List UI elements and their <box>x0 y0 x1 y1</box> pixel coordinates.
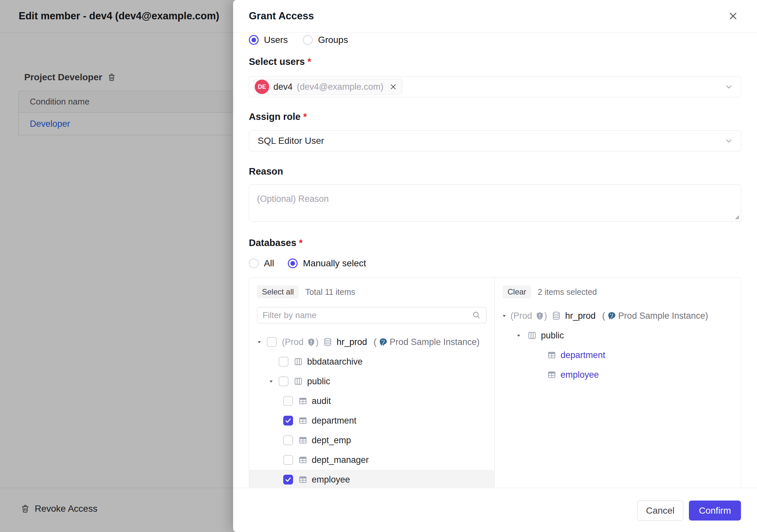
radio-manual-control[interactable] <box>288 259 298 268</box>
selected-count-label: 2 items selected <box>538 287 597 297</box>
caret-down-icon[interactable] <box>256 338 263 346</box>
selected-tree: (Prod ) hr_prod ( Prod Sample Instance) … <box>495 306 741 385</box>
radio-users-control[interactable] <box>249 35 259 45</box>
radio-all-control[interactable] <box>249 259 259 268</box>
table-icon <box>298 396 308 406</box>
instance-name: Prod Sample Instance) <box>618 311 708 321</box>
radio-groups-control[interactable] <box>303 35 313 45</box>
checkbox-dept_emp[interactable] <box>283 435 293 445</box>
selected-row-database-hr_prod[interactable]: (Prod ) hr_prod ( Prod Sample Instance) <box>495 306 741 326</box>
cancel-button[interactable]: Cancel <box>637 501 683 520</box>
database-selected-panel: Clear 2 items selected (Prod ) hr_prod (… <box>495 277 741 488</box>
source-panel-header: Select all Total 11 items <box>249 277 495 298</box>
table-name: department <box>312 416 356 426</box>
table-icon <box>547 370 556 379</box>
tree-row-table-department[interactable]: department <box>249 411 495 430</box>
select-all-button[interactable]: Select all <box>257 285 299 298</box>
source-tree: (Prod ) hr_prod ( Prod Sample Instance) … <box>249 332 495 488</box>
postgres-icon <box>378 337 388 347</box>
reason-textarea[interactable] <box>249 184 741 222</box>
database-transfer-panel: Select all Total 11 items (Prod ) <box>249 277 741 488</box>
radio-users-label: Users <box>264 35 288 45</box>
checkbox-public[interactable] <box>279 376 288 386</box>
checkbox-audit[interactable] <box>283 396 293 406</box>
chevron-down-icon <box>724 136 734 146</box>
radio-groups[interactable]: Groups <box>303 35 348 45</box>
table-icon <box>298 455 308 464</box>
table-name: audit <box>312 396 331 406</box>
schema-name: public <box>307 376 330 387</box>
postgres-icon <box>607 311 616 320</box>
select-users-input[interactable]: DE dev4 (dev4@example.com) <box>249 76 741 97</box>
caret-down-icon[interactable] <box>515 332 522 339</box>
caret-down-icon[interactable] <box>267 378 275 385</box>
checkbox-hr_prod[interactable] <box>267 337 277 347</box>
avatar: DE <box>255 79 269 94</box>
selected-table-link[interactable]: department <box>560 350 605 360</box>
checkbox-department[interactable] <box>283 416 293 425</box>
schema-icon <box>528 331 537 340</box>
selected-table-link[interactable]: employee <box>560 370 599 380</box>
filter-input[interactable] <box>262 310 472 320</box>
radio-manually-select[interactable]: Manually select <box>288 258 366 268</box>
tree-row-schema-bbdataarchive[interactable]: bbdataarchive <box>249 352 495 371</box>
table-icon <box>547 351 556 360</box>
required-mark: * <box>308 56 311 67</box>
radio-all-databases[interactable]: All <box>249 258 274 268</box>
assign-role-select[interactable]: SQL Editor User <box>249 130 741 151</box>
database-icon <box>552 311 561 320</box>
chevron-down-icon <box>724 82 734 92</box>
checkbox-bbdataarchive[interactable] <box>279 357 288 366</box>
schema-icon <box>294 357 303 366</box>
caret-down-icon[interactable] <box>500 312 508 319</box>
user-chip: DE dev4 (dev4@example.com) <box>254 79 402 95</box>
prod-shield-icon <box>535 312 544 320</box>
databases-label: Databases* <box>249 237 303 248</box>
remove-user-icon[interactable] <box>389 82 398 91</box>
selected-row-table-employee[interactable]: employee <box>495 365 741 385</box>
table-name: dept_manager <box>312 455 369 465</box>
selected-row-schema-public[interactable]: public <box>495 326 741 345</box>
assign-role-label: Assign role* <box>249 111 307 122</box>
tree-row-schema-public[interactable]: public <box>249 371 495 391</box>
table-icon <box>298 475 308 484</box>
assign-role-value: SQL Editor User <box>254 136 324 146</box>
modal-footer-divider <box>233 488 757 488</box>
database-name: hr_prod <box>565 311 595 321</box>
instance-name: Prod Sample Instance) <box>390 337 480 347</box>
modal-header: Grant Access <box>233 0 757 32</box>
schema-icon <box>294 377 303 386</box>
user-chip-name: dev4 <box>273 82 293 92</box>
tree-row-table-employee[interactable]: employee <box>249 470 495 488</box>
prod-shield-icon <box>307 338 316 347</box>
checkbox-dept_manager[interactable] <box>283 455 293 465</box>
total-items-label: Total 11 items <box>305 287 355 297</box>
database-source-panel: Select all Total 11 items (Prod ) <box>249 277 495 488</box>
grant-access-modal: Grant Access Users Groups Select users* … <box>233 0 757 532</box>
table-name: employee <box>312 475 350 485</box>
database-mode-radio-group: All Manually select <box>249 258 366 268</box>
tree-row-database-hr_prod[interactable]: (Prod ) hr_prod ( Prod Sample Instance) <box>249 332 495 352</box>
close-icon[interactable] <box>726 9 741 24</box>
radio-groups-label: Groups <box>318 35 348 45</box>
selected-row-table-department[interactable]: department <box>495 345 741 365</box>
textarea-resize-handle[interactable] <box>735 215 740 220</box>
scope-radio-group: Users Groups <box>249 35 348 45</box>
tree-row-table-audit[interactable]: audit <box>249 391 495 411</box>
clear-button[interactable]: Clear <box>502 285 531 298</box>
radio-users[interactable]: Users <box>249 35 288 45</box>
table-icon <box>298 436 308 445</box>
database-name: hr_prod <box>337 337 367 347</box>
database-icon <box>323 337 332 347</box>
table-name: dept_emp <box>312 435 351 446</box>
reason-label: Reason <box>249 166 283 177</box>
selected-panel-header: Clear 2 items selected <box>495 277 741 298</box>
schema-name: public <box>541 330 564 341</box>
checkbox-employee[interactable] <box>283 475 293 485</box>
filter-input-wrapper <box>257 307 487 323</box>
schema-name: bbdataarchive <box>307 357 363 367</box>
required-mark: * <box>303 111 307 122</box>
confirm-button[interactable]: Confirm <box>689 501 741 520</box>
tree-row-table-dept_emp[interactable]: dept_emp <box>249 430 495 450</box>
tree-row-table-dept_manager[interactable]: dept_manager <box>249 450 495 470</box>
